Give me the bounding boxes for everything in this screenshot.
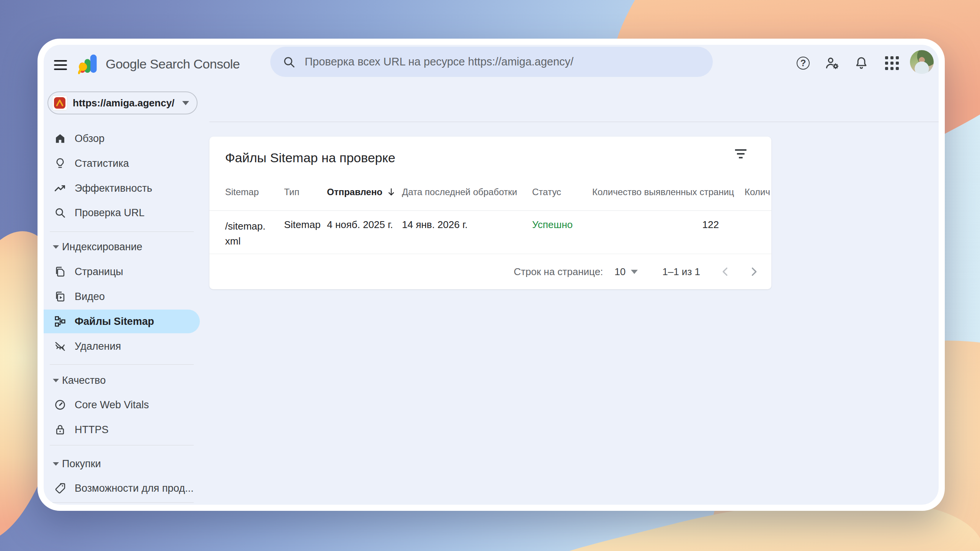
- desktop-background: Google Search Console ?: [0, 0, 980, 551]
- google-apps-button[interactable]: [882, 53, 902, 73]
- rows-per-page-dropdown-icon[interactable]: [631, 270, 638, 274]
- apps-grid-icon: [885, 56, 899, 70]
- eye-off-icon: [54, 340, 67, 353]
- sidebar-divider: [50, 445, 194, 445]
- cell-last-read: 14 янв. 2026 г.: [402, 219, 467, 231]
- sidebar-item-core-web-vitals[interactable]: Core Web Vitals: [44, 393, 200, 417]
- topbar-divider: [209, 122, 939, 122]
- chevron-down-icon: [53, 379, 59, 382]
- notifications-button[interactable]: [851, 53, 871, 73]
- sidebar-section-indexing[interactable]: Индексирование: [44, 235, 200, 259]
- rows-per-page-label: Строк на странице:: [514, 266, 603, 278]
- cell-status-success: Успешно: [532, 219, 573, 231]
- card-title: Файлы Sitemap на проверке: [225, 150, 395, 165]
- search-icon: [283, 55, 296, 68]
- sidebar-item-product-opportunities[interactable]: Возможности для прод...: [44, 476, 200, 500]
- sidebar-divider: [50, 231, 194, 232]
- pagination-range: 1–1 из 1: [662, 266, 700, 278]
- speedometer-icon: [54, 398, 67, 411]
- video-pages-icon: [54, 290, 67, 303]
- sidebar-item-overview[interactable]: Обзор: [44, 126, 200, 151]
- previous-page-button[interactable]: [715, 262, 735, 282]
- bell-icon: [854, 56, 869, 70]
- manage-account-icon: [825, 55, 840, 71]
- amiga-favicon-icon: [54, 97, 66, 109]
- avatar[interactable]: [910, 50, 934, 74]
- sitemaps-card: Файлы Sitemap на проверке Sitemap Тип От…: [209, 137, 771, 289]
- filter-button[interactable]: [731, 144, 750, 163]
- rows-per-page-value[interactable]: 10: [614, 266, 626, 278]
- search-input[interactable]: [305, 55, 713, 68]
- url-inspection-searchbar[interactable]: [270, 47, 713, 77]
- lock-icon: [54, 423, 67, 436]
- app-title: Google Search Console: [106, 57, 240, 72]
- table-pagination: Строк на странице: 10 1–1 из 1: [209, 254, 764, 289]
- col-header-discovered-pages[interactable]: Количество выявленных страниц: [592, 187, 719, 197]
- gsc-logo-icon: [78, 52, 100, 76]
- sidebar-item-url-inspection[interactable]: Проверка URL: [44, 201, 200, 225]
- search-console-app: Google Search Console ?: [44, 45, 939, 505]
- col-header-last-read[interactable]: Дата последней обработки: [402, 187, 517, 197]
- chevron-left-icon: [719, 265, 732, 278]
- sidebar-item-https[interactable]: HTTPS: [44, 417, 200, 442]
- sidebar-item-removals[interactable]: Удаления: [44, 334, 200, 359]
- help-button[interactable]: ?: [793, 53, 813, 73]
- chevron-right-icon: [747, 265, 760, 278]
- cell-type: Sitemap: [284, 219, 320, 231]
- sidebar-item-insights[interactable]: Статистика: [44, 151, 200, 176]
- sidebar-item-pages[interactable]: Страницы: [44, 259, 200, 284]
- pages-icon: [54, 265, 67, 278]
- sidebar-section-experience[interactable]: Качество: [44, 368, 200, 393]
- sort-arrow-down-icon: [386, 187, 396, 197]
- cell-sitemap-path[interactable]: /sitemap.xml: [225, 219, 270, 249]
- gsc-logo: Google Search Console: [78, 50, 240, 78]
- sidebar-divider: [50, 502, 194, 503]
- col-header-sitemap[interactable]: Sitemap: [225, 187, 259, 197]
- chevron-down-icon: [53, 462, 59, 466]
- lightbulb-icon: [54, 157, 67, 170]
- sitemap-icon: [54, 315, 67, 328]
- col-header-status[interactable]: Статус: [532, 187, 561, 197]
- property-favicon: [52, 95, 67, 111]
- sidebar-item-performance[interactable]: Эффективность: [44, 176, 200, 201]
- sidebar-item-video-pages[interactable]: Видео: [44, 284, 200, 309]
- col-header-indexed-clipped[interactable]: Колич: [745, 187, 770, 197]
- help-icon: ?: [797, 57, 810, 70]
- cell-discovered-pages: 122: [630, 219, 719, 231]
- user-settings-button[interactable]: [822, 53, 842, 73]
- home-icon: [54, 132, 67, 145]
- table-header-divider: [209, 210, 771, 211]
- chevron-down-icon: [53, 245, 59, 249]
- sidebar-item-sitemaps[interactable]: Файлы Sitemap: [44, 310, 200, 333]
- trending-up-icon: [54, 182, 67, 195]
- col-header-submitted[interactable]: Отправлено: [327, 187, 396, 197]
- next-page-button[interactable]: [744, 262, 764, 282]
- cell-submitted: 4 нояб. 2025 г.: [327, 219, 393, 231]
- col-header-type[interactable]: Тип: [284, 187, 299, 197]
- browser-window: Google Search Console ?: [38, 39, 945, 511]
- tag-icon: [54, 482, 67, 495]
- sidebar-divider: [50, 364, 194, 365]
- sidebar-section-shopping[interactable]: Покупки: [44, 452, 200, 476]
- chevron-down-icon: [182, 101, 189, 105]
- property-selector[interactable]: https://amiga.agency/: [47, 91, 198, 114]
- property-url: https://amiga.agency/: [73, 97, 175, 109]
- menu-hamburger-button[interactable]: [50, 54, 71, 76]
- search-icon: [54, 206, 67, 219]
